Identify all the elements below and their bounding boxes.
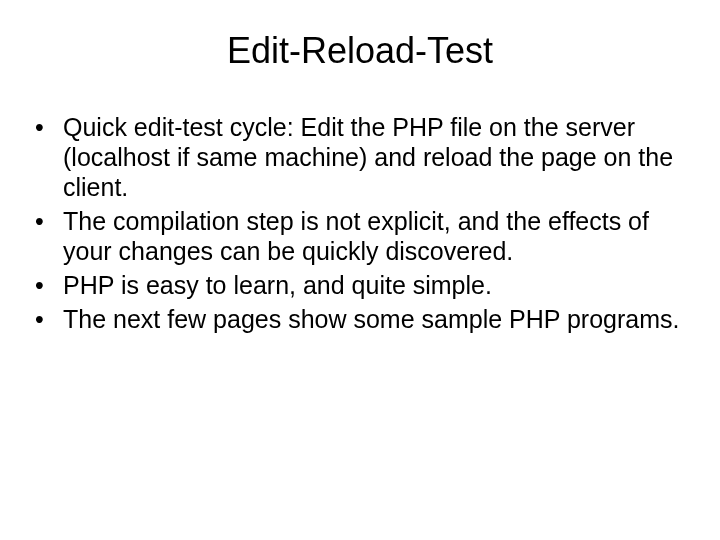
list-item: The next few pages show some sample PHP …: [35, 304, 700, 334]
slide-title: Edit-Reload-Test: [20, 30, 700, 72]
list-item: PHP is easy to learn, and quite simple.: [35, 270, 700, 300]
list-item: The compilation step is not explicit, an…: [35, 206, 700, 266]
list-item: Quick edit-test cycle: Edit the PHP file…: [35, 112, 700, 202]
bullet-list: Quick edit-test cycle: Edit the PHP file…: [20, 112, 700, 334]
